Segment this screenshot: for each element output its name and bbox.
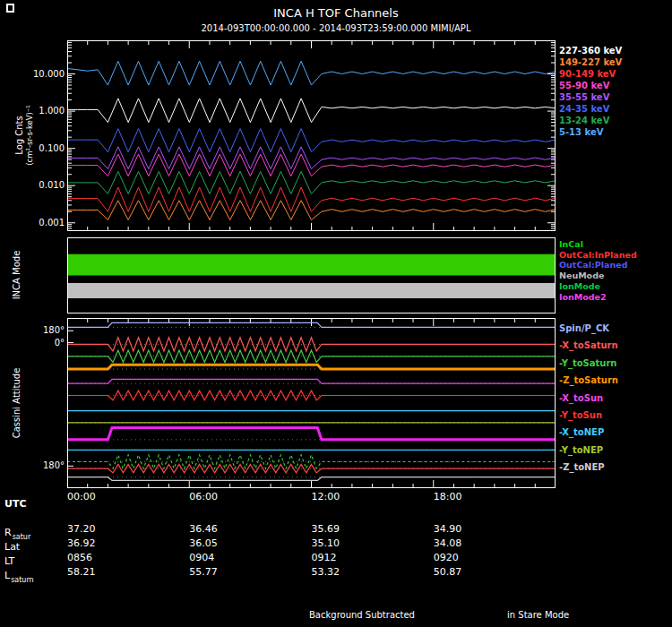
attitude-ytick-label: 0° [36,338,65,348]
attitude-line-trace-11 [67,464,556,473]
legend-item: IonMode [559,281,637,292]
spectra-ytick-label: 10.000 [27,69,65,79]
series-line-55-90 keV [67,154,556,176]
ephem-value-R: 35.69 [312,523,340,535]
attitude-line-trace-8 [67,428,556,440]
y-axis-title-line1: Log Cnts [14,116,24,155]
utc-tick-label: 12:00 [312,491,340,502]
legend-item: 5-13 keV [559,126,622,138]
legend-item: 149-227 keV [559,56,622,68]
legend-item: -Z_toSaturn [559,372,618,389]
spectra-legend: 227-360 keV149-227 keV90-149 keV55-90 ke… [559,45,622,138]
ephem-value-R: 36.46 [189,523,218,535]
ephem-value-LT: 0920 [434,552,459,563]
row-label-text: R [4,527,12,538]
legend-item: -X_toNEP [559,424,618,441]
mode-legend: InCalOutCal:InPlanedOutCal:PlanedNeuMode… [559,239,637,302]
mode-bar-NeuMode [67,283,556,298]
utc-tick-label: 18:00 [434,491,462,502]
series-line-24-35 keV [67,129,556,152]
row-label-lt: LT [4,555,14,567]
utc-tick-label: 00:00 [67,491,96,502]
attitude-line--Z_toSaturn [67,365,556,369]
utc-tick-label: 06:00 [189,491,218,502]
ephem-value-L: 58.21 [67,566,96,578]
ephem-value-Lat: 36.05 [189,537,218,549]
legend-item: 55-90 keV [559,80,622,91]
ephem-value-R: 37.20 [67,523,96,535]
legend-item: InCal [559,239,637,250]
mode-plot [67,237,556,314]
legend-item: 35-55 keV [559,91,622,103]
page-subtitle: 2014-093T00:00:00.000 - 2014-093T23:59:0… [0,23,672,33]
attitude-panel [67,318,556,488]
row-label-text: LT [4,555,14,567]
legend-item: -X_toSun [559,390,618,407]
ephem-value-Lat: 34.08 [434,537,462,549]
ephem-value-LT: 0904 [189,552,214,563]
legend-item: 24-35 keV [559,103,622,115]
mode-panel [67,237,556,314]
spectra-ytick-label: 1.000 [27,106,65,116]
ephem-value-L: 50.87 [434,566,462,578]
attitude-line--Z_toNEP [67,477,556,481]
ephem-value-L: 55.77 [189,566,218,578]
mode-bar-IonMode [67,254,556,276]
legend-item: 227-360 keV [559,45,622,56]
spectra-plot [67,40,556,231]
row-label-subscript: satur [13,533,31,541]
series-line-227-360 keV [67,99,556,123]
attitude-plot [67,318,556,488]
spectra-panel [67,40,556,231]
attitude-panel-label: Cassini Attitude [12,368,22,439]
ephem-value-Lat: 36.92 [67,537,96,549]
attitude-legend: Spin/P_CK-X_toSaturn-Y_toSaturn-Z_toSatu… [559,320,618,477]
attitude-ytick-label: 180° [36,460,65,470]
series-line-90-149 keV [67,187,556,211]
ephem-value-R: 34.90 [434,523,462,535]
mode-panel-label: INCA Mode [12,251,22,300]
series-line-149-227 keV [67,201,556,220]
row-label-text: Lat [4,541,20,553]
attitude-line--Y_toSaturn [67,350,556,362]
row-label-lat: Lat [4,541,20,553]
legend-item: -Z_toNEP [559,459,618,476]
spectra-frame [68,41,556,231]
spectra-ytick-label: 0.100 [27,143,65,153]
page-title: INCA H TOF Channels [0,6,672,20]
attitude-line--Y_toSun [67,391,556,400]
series-line-13-24 keV [67,171,556,193]
legend-item: -X_toSaturn [559,337,618,354]
legend-item: 13-24 keV [559,115,622,126]
ephem-value-Lat: 35.10 [312,537,340,549]
footer-stare-mode: in Stare Mode [507,610,569,620]
legend-item: NeuMode [559,271,637,281]
spectra-ytick-label: 0.001 [27,218,65,228]
legend-item: OutCal:Planed [559,260,637,271]
series-line-5-13 keV [67,61,556,85]
legend-item: OutCal:InPlaned [559,250,637,261]
legend-item: 90-149 keV [559,68,622,80]
row-label-r-saturn: Rsatur [4,527,30,538]
inca-tof-display: INCA H TOF Channels 2014-093T00:00:00.00… [0,0,672,627]
attitude-line--X_toSun [67,379,556,383]
spectra-axis-ticks [67,41,556,231]
legend-item: IonMode2 [559,292,637,303]
row-label-subscript: saturn [11,576,34,584]
ephem-value-LT: 0856 [67,552,92,563]
legend-item: Spin/P_CK [559,320,618,337]
ephem-value-L: 53.32 [312,566,340,578]
row-label-l-saturn: Lsaturn [4,570,33,581]
utc-axis-label: UTC [4,498,27,510]
legend-item: -Y_toSaturn [559,355,618,372]
spectra-ytick-label: 0.010 [27,180,65,190]
legend-item: -Y_toNEP [559,442,618,459]
attitude-ytick-label: 180° [36,325,65,335]
footer-background-subtracted: Background Subtracted [309,610,415,620]
row-label-text: L [4,570,10,581]
ephem-value-LT: 0912 [312,552,337,563]
legend-item: -Y_toSun [559,407,618,424]
